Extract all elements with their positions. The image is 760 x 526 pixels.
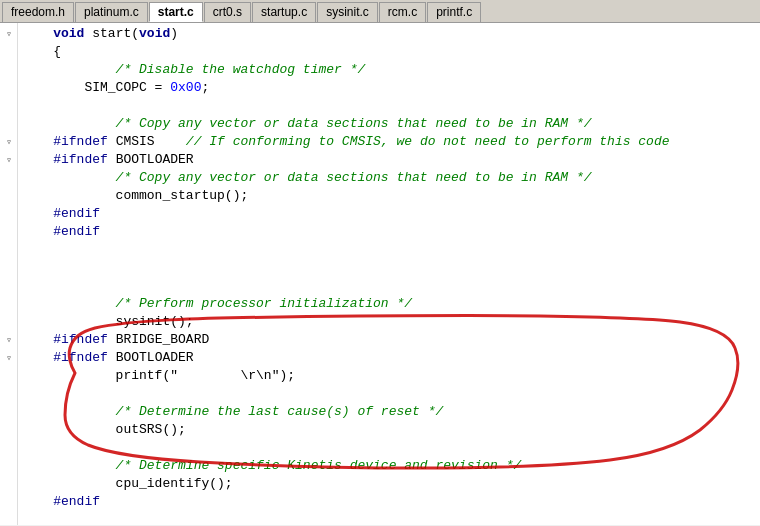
code-line-8: #ifndef BOOTLOADER — [22, 151, 756, 169]
code-line-7: #ifndef CMSIS // If conforming to CMSIS,… — [22, 133, 756, 151]
tab-rcm-c[interactable]: rcm.c — [379, 2, 426, 22]
code-line-4: SIM_COPC = 0x00; — [22, 79, 756, 97]
code-line-19: #ifndef BOOTLOADER — [22, 349, 756, 367]
gutter-10 — [0, 223, 18, 241]
code-line-9: /* Copy any vector or data sections that… — [22, 169, 756, 187]
gutter-2 — [0, 79, 18, 97]
tab-freedom-h[interactable]: freedom.h — [2, 2, 74, 22]
gutter-21 — [0, 421, 18, 439]
code-line-12: #endif — [22, 223, 756, 241]
gutter-22 — [0, 439, 18, 457]
tab-start-c[interactable]: start.c — [149, 2, 203, 22]
editor-container: ▿ ▿ ▿ ▿ ▿ void start(void) { — [0, 23, 760, 525]
code-line-22: /* Determine the last cause(s) of reset … — [22, 403, 756, 421]
gutter-23 — [0, 457, 18, 475]
code-line-14 — [22, 259, 756, 277]
gutter-24 — [0, 475, 18, 493]
gutter-collapse-5[interactable]: ▿ — [0, 133, 18, 151]
gutter-4 — [0, 115, 18, 133]
gutter-11 — [0, 241, 18, 259]
gutter-collapse-17[interactable]: ▿ — [0, 349, 18, 367]
code-line-15 — [22, 277, 756, 295]
code-line-13 — [22, 241, 756, 259]
gutter-12 — [0, 259, 18, 277]
code-line-3: /* Disable the watchdog timer */ — [22, 61, 756, 79]
tab-startup-c[interactable]: startup.c — [252, 2, 316, 22]
gutter-8 — [0, 187, 18, 205]
code-line-2: { — [22, 43, 756, 61]
gutter-18 — [0, 367, 18, 385]
tab-crt0-s[interactable]: crt0.s — [204, 2, 251, 22]
tab-printf-c[interactable]: printf.c — [427, 2, 481, 22]
code-line-10: common_startup(); — [22, 187, 756, 205]
code-line-1: void start(void) — [22, 25, 756, 43]
gutter-0 — [0, 43, 18, 61]
code-line-11: #endif — [22, 205, 756, 223]
gutter-3 — [0, 97, 18, 115]
gutter-13 — [0, 277, 18, 295]
tab-sysinit-c[interactable]: sysinit.c — [317, 2, 378, 22]
code-line-5 — [22, 97, 756, 115]
code-line-26: cpu_identify(); — [22, 475, 756, 493]
code-line-23: outSRS(); — [22, 421, 756, 439]
gutter-20 — [0, 403, 18, 421]
gutter-1 — [0, 61, 18, 79]
gutter-14 — [0, 295, 18, 313]
gutter: ▿ ▿ ▿ ▿ ▿ — [0, 23, 18, 525]
code-line-20: printf(" \r\n"); — [22, 367, 756, 385]
gutter-collapse-16[interactable]: ▿ — [0, 331, 18, 349]
code-line-17: sysinit(); — [22, 313, 756, 331]
tab-bar: freedom.h platinum.c start.c crt0.s star… — [0, 0, 760, 23]
code-line-16: /* Perform processor initialization */ — [22, 295, 756, 313]
code-area[interactable]: void start(void) { /* Disable the watchd… — [18, 23, 760, 525]
gutter-15 — [0, 313, 18, 331]
gutter-19 — [0, 385, 18, 403]
gutter-7 — [0, 169, 18, 187]
code-line-24 — [22, 439, 756, 457]
code-line-21 — [22, 385, 756, 403]
gutter-collapse-6[interactable]: ▿ — [0, 151, 18, 169]
gutter-25 — [0, 493, 18, 511]
code-line-27: #endif — [22, 493, 756, 511]
code-line-25: /* Determine specific Kinetis device and… — [22, 457, 756, 475]
gutter-9 — [0, 205, 18, 223]
tab-platinum-c[interactable]: platinum.c — [75, 2, 148, 22]
code-line-6: /* Copy any vector or data sections that… — [22, 115, 756, 133]
gutter-collapse-0[interactable]: ▿ — [0, 25, 18, 43]
code-line-18: #ifndef BRIDGE_BOARD — [22, 331, 756, 349]
